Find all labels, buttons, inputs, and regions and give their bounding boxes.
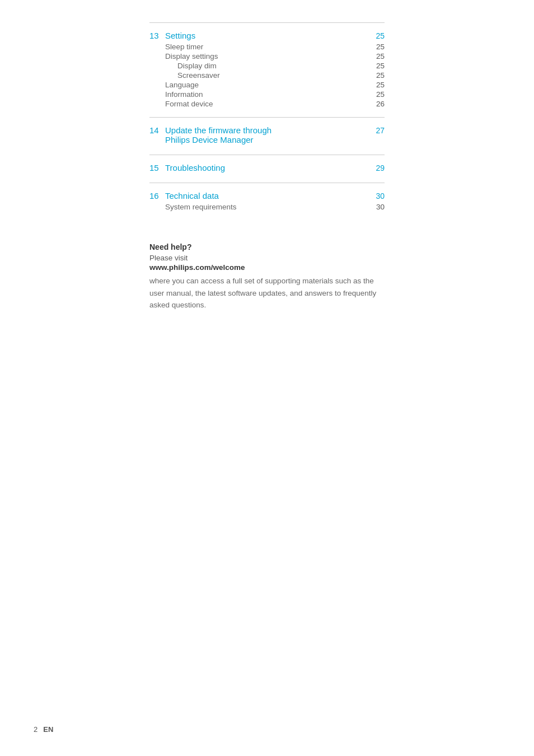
toc-sub-sub-row-display-dim: Display dim 25 bbox=[149, 62, 385, 70]
toc-sub-row-information: Information 25 bbox=[149, 90, 385, 99]
toc-sub-page-information: 25 bbox=[368, 90, 385, 99]
footer-page-number: 2 bbox=[34, 725, 38, 734]
toc-page-14: 27 bbox=[368, 126, 385, 135]
toc-section-13: 13 Settings 25 Sleep timer 25 Display se… bbox=[149, 22, 385, 117]
need-help-visit-label: Please visit bbox=[149, 254, 385, 262]
toc-section-15: 15 Troubleshooting 29 bbox=[149, 155, 385, 183]
toc-sub-label-sleep-timer: Sleep timer bbox=[165, 43, 368, 51]
need-help-section: Need help? Please visit www.philips.com/… bbox=[149, 237, 385, 311]
toc-sub-page-sleep-timer: 25 bbox=[368, 43, 385, 51]
toc-container: 13 Settings 25 Sleep timer 25 Display se… bbox=[149, 22, 385, 311]
page: 13 Settings 25 Sleep timer 25 Display se… bbox=[0, 0, 534, 756]
toc-sub-label-display-dim: Display dim bbox=[177, 62, 368, 70]
toc-sub-label-information: Information bbox=[165, 90, 368, 99]
toc-sub-page-screensaver: 25 bbox=[368, 71, 385, 80]
toc-sub-label-format-device: Format device bbox=[165, 100, 368, 108]
toc-page-13: 25 bbox=[368, 31, 385, 40]
toc-sub-row-sleep-timer: Sleep timer 25 bbox=[149, 43, 385, 51]
toc-sub-label-language: Language bbox=[165, 81, 368, 89]
toc-number-14: 14 bbox=[149, 125, 165, 135]
toc-row-14-main: 14 Update the firmware through Philips D… bbox=[149, 125, 385, 144]
toc-title-15: Troubleshooting bbox=[165, 163, 368, 172]
toc-sub-row-system-req: System requirements 30 bbox=[149, 203, 385, 211]
toc-title-16: Technical data bbox=[165, 191, 368, 200]
footer: 2 EN bbox=[34, 725, 53, 734]
toc-row-15-main: 15 Troubleshooting 29 bbox=[149, 163, 385, 172]
toc-sub-page-format-device: 26 bbox=[368, 100, 385, 108]
toc-title-13: Settings bbox=[165, 31, 368, 40]
toc-row-16-main: 16 Technical data 30 bbox=[149, 191, 385, 200]
toc-row-13-main: 13 Settings 25 bbox=[149, 31, 385, 40]
toc-number-13: 13 bbox=[149, 31, 165, 40]
toc-page-16: 30 bbox=[368, 192, 385, 200]
toc-sub-label-system-req: System requirements bbox=[165, 203, 368, 211]
toc-sub-row-display-settings: Display settings 25 bbox=[149, 52, 385, 60]
toc-section-16: 16 Technical data 30 System requirements… bbox=[149, 183, 385, 220]
toc-sub-page-display-dim: 25 bbox=[368, 62, 385, 70]
footer-lang: EN bbox=[43, 725, 53, 734]
toc-number-16: 16 bbox=[149, 191, 165, 200]
toc-sub-row-language: Language 25 bbox=[149, 81, 385, 89]
need-help-title: Need help? bbox=[149, 242, 385, 251]
toc-section-14: 14 Update the firmware through Philips D… bbox=[149, 117, 385, 155]
toc-sub-page-display-settings: 25 bbox=[368, 52, 385, 60]
toc-sub-row-format-device: Format device 26 bbox=[149, 100, 385, 108]
toc-title-14-line1: Update the firmware through bbox=[165, 125, 368, 135]
toc-page-15: 29 bbox=[368, 164, 385, 172]
toc-title-block-14: Update the firmware through Philips Devi… bbox=[165, 125, 368, 144]
toc-sub-page-language: 25 bbox=[368, 81, 385, 89]
toc-number-15: 15 bbox=[149, 163, 165, 172]
toc-sub-page-system-req: 30 bbox=[368, 203, 385, 211]
toc-sub-sub-row-screensaver: Screensaver 25 bbox=[149, 71, 385, 80]
need-help-url: www.philips.com/welcome bbox=[149, 263, 385, 272]
toc-sub-label-screensaver: Screensaver bbox=[177, 71, 368, 80]
toc-title-14-line2: Philips Device Manager bbox=[165, 135, 368, 144]
toc-sub-label-display-settings: Display settings bbox=[165, 52, 368, 60]
need-help-body: where you can access a full set of suppo… bbox=[149, 275, 385, 311]
